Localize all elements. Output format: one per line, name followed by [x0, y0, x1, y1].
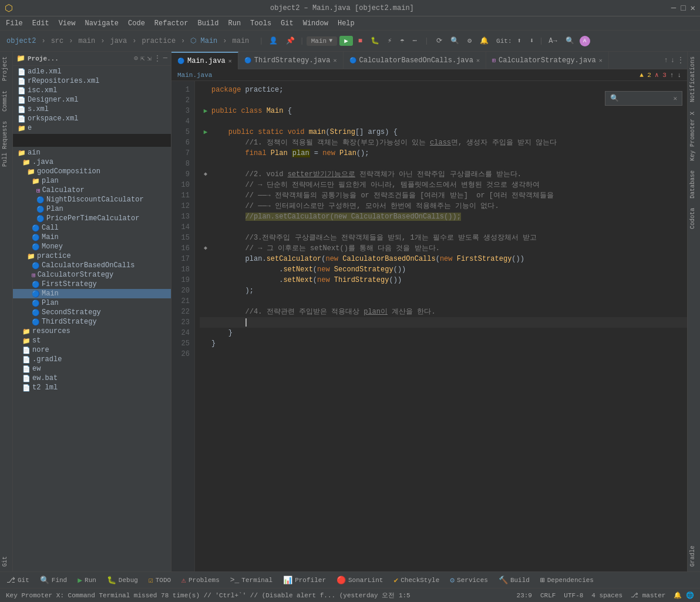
tab-calculatorstrategy[interactable]: ⊞ CalculatorStrategy.java ✕ — [486, 52, 609, 69]
bottom-btn-find[interactable]: 🔍 Find — [37, 574, 70, 586]
navigate-up[interactable]: ↑ — [670, 72, 674, 79]
menu-tools[interactable]: Tools — [247, 18, 275, 29]
tab-thirdstrategy-close[interactable]: ✕ — [333, 57, 336, 64]
menu-run[interactable]: Run — [224, 18, 244, 29]
menu-edit[interactable]: Edit — [29, 18, 53, 29]
project-selector[interactable]: object2 — [4, 36, 39, 46]
translate-button[interactable]: A→ — [546, 36, 560, 46]
breadcrumb-practice[interactable]: practice — [139, 36, 179, 46]
tab-thirdstrategy[interactable]: 🔵 ThirdStrategy.java ✕ — [238, 52, 344, 69]
breadcrumb-main[interactable]: main — [75, 36, 98, 46]
sidebar-item-thirdstrategy[interactable]: 🔵 ThirdStrategy — [13, 317, 171, 327]
bottom-btn-services[interactable]: ⚙ Services — [447, 574, 491, 586]
sidebar-item-secondstrategy[interactable]: 🔵 SecondStrategy — [13, 308, 171, 317]
sidebar-item-plan-class[interactable]: 🔵 Plan — [13, 204, 171, 214]
right-panel-gradle[interactable]: Gradle — [688, 541, 700, 571]
sidebar-item-calculator-class[interactable]: ⊞ Calculator — [13, 186, 171, 195]
right-panel-codota[interactable]: Codota — [688, 203, 700, 234]
sidebar-item-calculatorstrategy[interactable]: ⊞ CalculatorStrategy — [13, 270, 171, 280]
sidebar-item-ew-bat[interactable]: 📄 ew.bat — [13, 374, 171, 383]
notifications-button[interactable]: 🔔 — [477, 35, 492, 46]
right-panel-database[interactable]: Database — [688, 166, 700, 203]
menu-view[interactable]: View — [55, 18, 79, 29]
sidebar-item-money[interactable]: 🔵 Money — [13, 242, 171, 251]
sidebar-item-main-practice[interactable]: 🔵 Main — [13, 289, 171, 298]
bottom-btn-checkstyle[interactable]: ✔ CheckStyle — [391, 574, 442, 586]
sidebar-item-ew[interactable]: 📄 ew — [13, 364, 171, 374]
menu-build[interactable]: Build — [194, 18, 222, 29]
menu-code[interactable]: Code — [124, 18, 149, 29]
tab-calculatorbasedoncalls[interactable]: 🔵 CalculatorBasedOnCalls.java ✕ — [344, 52, 486, 69]
sidebar-item-orkspace-xml[interactable]: 📄 orkspace.xml — [13, 114, 171, 123]
breadcrumb-src[interactable]: src — [48, 36, 67, 46]
minimize-button[interactable]: ─ — [671, 4, 676, 13]
menu-help[interactable]: Help — [334, 18, 358, 29]
breadcrumb-file[interactable]: ⬡ Main — [187, 35, 220, 46]
user-icon[interactable]: 👤 — [266, 35, 281, 46]
git-pull-button[interactable]: ⬇ — [527, 35, 537, 46]
right-panel-key-promoter[interactable]: Key Promoter X — [688, 107, 700, 166]
sidebar-item-plan-folder[interactable]: 📁 plan — [13, 176, 171, 186]
sidebar-search-input[interactable] — [16, 136, 167, 143]
bottom-btn-dependencies[interactable]: ⊞ Dependencies — [537, 574, 597, 586]
close-button[interactable]: ✕ — [691, 3, 695, 13]
avatar-button[interactable]: A — [580, 36, 590, 46]
sidebar-close-icon[interactable]: ─ — [163, 54, 167, 63]
tab-main-java-close[interactable]: ✕ — [228, 58, 232, 65]
sidebar-item-gradle[interactable]: 📄 .gradle — [13, 355, 171, 364]
bottom-btn-git[interactable]: ⎇ Git — [4, 574, 32, 586]
coverage-button[interactable]: ☂ — [397, 35, 407, 46]
left-panel-commit[interactable]: Commit — [0, 86, 12, 116]
sidebar-item-main-gc[interactable]: 🔵 Main — [13, 233, 171, 242]
settings-button[interactable]: ⚙ — [465, 35, 474, 46]
tools-more-button[interactable]: ⋯ — [409, 35, 419, 46]
tab-calcbasedoncalls-close[interactable]: ✕ — [476, 57, 480, 64]
vcs-update-button[interactable]: ⟳ — [433, 35, 445, 46]
menu-refactor[interactable]: Refactor — [151, 18, 192, 29]
bottom-btn-profiler[interactable]: 📊 Profiler — [280, 574, 329, 586]
sidebar-item-e-folder[interactable]: 📁 e — [13, 123, 171, 133]
sidebar-item-nightdiscount[interactable]: 🔵 NightDiscountCalculator — [13, 195, 171, 204]
menu-git[interactable]: Git — [277, 18, 297, 29]
search2-button[interactable]: 🔍 — [563, 35, 577, 46]
bookmark-icon[interactable]: 📌 — [283, 35, 298, 46]
menu-navigate[interactable]: Navigate — [81, 18, 122, 29]
stop-button[interactable]: ■ — [355, 36, 365, 46]
run-button[interactable]: ▶ — [339, 36, 353, 46]
status-line-ending[interactable]: CRLF — [538, 592, 558, 599]
menu-window[interactable]: Window — [299, 18, 332, 29]
breadcrumb-method[interactable]: main — [230, 36, 253, 46]
sidebar-item-calculatorbasedoncalls[interactable]: 🔵 CalculatorBasedOnCalls — [13, 261, 171, 270]
search-button[interactable]: 🔍 — [447, 35, 462, 46]
tab-calcstrategy-close[interactable]: ✕ — [599, 57, 603, 64]
bottom-btn-terminal[interactable]: >_ Terminal — [227, 574, 275, 586]
sidebar-item-practice-folder[interactable]: 📁 practice — [13, 251, 171, 261]
profile-button[interactable]: ⚡ — [385, 35, 395, 46]
inline-search-close[interactable]: ✕ — [673, 95, 677, 102]
sidebar-item-st[interactable]: 📁 st — [13, 336, 171, 345]
code-content[interactable]: package practice; ▶ public class Main { … — [195, 81, 687, 571]
sidebar-locate-icon[interactable]: ⊙ — [134, 54, 138, 63]
status-encoding[interactable]: UTF-8 — [561, 592, 585, 599]
tab-scroll-up[interactable]: ↑ — [664, 56, 668, 65]
sidebar-collapse-icon[interactable]: ⇲ — [147, 54, 152, 63]
bottom-btn-todo[interactable]: ☑ TODO — [146, 574, 174, 586]
left-panel-git[interactable]: Git — [0, 551, 12, 571]
code-editor[interactable]: 1 2 3 4 5 6 7 8 9 10 11 12 13 14 15 16 1… — [171, 81, 687, 571]
inline-search-input[interactable] — [622, 95, 669, 102]
sidebar-item-call[interactable]: 🔵 Call — [13, 223, 171, 233]
menu-file[interactable]: File — [2, 18, 26, 29]
sidebar-expand-icon[interactable]: ⇱ — [140, 54, 144, 63]
sidebar-item-resources[interactable]: 📁 resources — [13, 327, 171, 336]
sidebar-item-goodcomposition-folder[interactable]: 📁 goodComposition — [13, 167, 171, 176]
tab-main-java[interactable]: 🔵 Main.java ✕ — [171, 52, 238, 69]
bottom-btn-run[interactable]: ▶ Run — [75, 574, 99, 586]
status-git[interactable]: ⎇ master — [628, 591, 668, 599]
sidebar-item-nore[interactable]: 📄 nore — [13, 345, 171, 355]
sidebar-item-t2lml[interactable]: 📄 t2 lml — [13, 383, 171, 392]
inline-search-box[interactable]: 🔍 ✕ — [605, 91, 682, 106]
sidebar-item-firststrategy[interactable]: 🔵 FirstStrategy — [13, 280, 171, 289]
sidebar-item-plan-practice[interactable]: 🔵 Plan — [13, 298, 171, 308]
left-panel-pull-requests[interactable]: Pull Requests — [0, 116, 12, 171]
sidebar-item-rrepositories-xml[interactable]: 📄 rRepositories.xml — [13, 76, 171, 86]
